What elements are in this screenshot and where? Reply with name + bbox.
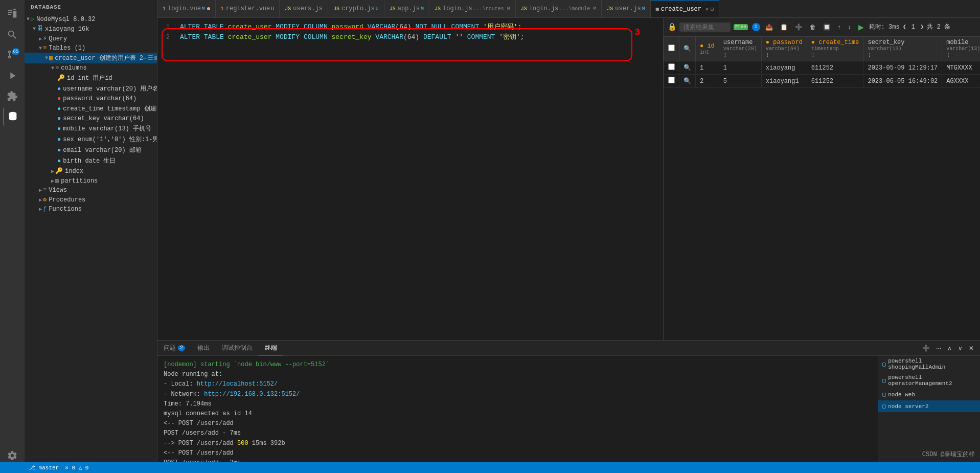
- sidebar-item-query[interactable]: ▶ ⚡ Query: [25, 34, 157, 43]
- terminal-item-label: powershell shoppingMallAdmin: [888, 358, 976, 370]
- tab-create-user[interactable]: ▦ create_user ✕ ⊡: [651, 0, 719, 18]
- run-btn[interactable]: ▶: [856, 22, 866, 32]
- td-checkbox[interactable]: [664, 75, 679, 88]
- page-next-btn[interactable]: ❯: [920, 23, 924, 31]
- panel-more-btn[interactable]: ···: [934, 344, 943, 353]
- panel-close-btn[interactable]: ✕: [967, 344, 976, 353]
- status-errors[interactable]: ✕ 0 △ 0: [65, 464, 88, 471]
- th-username[interactable]: usernamevarchar(20) ↕: [719, 37, 761, 61]
- th-checkbox[interactable]: [664, 37, 679, 61]
- sidebar-item-procedures[interactable]: ▶ ⚙ Procedures: [25, 195, 157, 205]
- tab-register-vue[interactable]: 1 register.vue U: [216, 0, 280, 18]
- search-input[interactable]: [679, 22, 731, 32]
- sidebar-item-functions[interactable]: ▶ ƒ Functions: [25, 205, 157, 214]
- sidebar-item-views[interactable]: ▶ ≡ Views: [25, 186, 157, 195]
- tab-user-js[interactable]: JS user.js M: [602, 0, 650, 18]
- th-mobile[interactable]: mobilevarchar(13) ↕: [942, 37, 980, 61]
- terminal-item-powershell-2[interactable]: ▢ powershell operatorManagement2: [878, 372, 980, 389]
- tab-debug-console[interactable]: 调试控制台: [216, 341, 259, 356]
- sidebar-content: ▼ ▷ NodeMysql 8.0.32 ▼ 🗄 xiaoyang 16k ▶ …: [25, 14, 157, 473]
- terminal-line: mysql connected as id 14: [164, 409, 872, 419]
- terminal-item-powershell-1[interactable]: ▢ powershell shoppingMallAdmin: [878, 356, 980, 372]
- sidebar-item-create-time[interactable]: ● create_time timestamp 创建时间: [25, 103, 157, 114]
- select-all-checkbox[interactable]: [668, 44, 675, 51]
- terminal-item-node-web[interactable]: ▢ node web: [878, 389, 980, 400]
- table-row[interactable]: 🔍 1 1 xiaoyang 611252 2023-05-09 12:29:1…: [664, 61, 981, 75]
- row-checkbox[interactable]: [668, 77, 675, 83]
- tab-crypto-js[interactable]: JS crypto.js U: [328, 0, 384, 18]
- list-icon[interactable]: ☰: [148, 54, 153, 62]
- table-row[interactable]: 🔍 2 5 xiaoyang1 611252 2023-06-05 16:49:…: [664, 75, 981, 88]
- sidebar-item-xiaoyang[interactable]: ▼ 🗄 xiaoyang 16k: [25, 24, 157, 34]
- delete-row-btn[interactable]: 🗑: [808, 22, 818, 32]
- td-search[interactable]: 🔍: [679, 75, 696, 88]
- sidebar-item-password[interactable]: ● password varchar(64): [25, 94, 157, 103]
- tab-terminal[interactable]: 终端: [259, 341, 283, 356]
- activity-search-icon[interactable]: [3, 26, 21, 44]
- page-prev-btn[interactable]: ❮: [903, 23, 906, 31]
- activity-database-icon[interactable]: [3, 107, 21, 126]
- line-text[interactable]: ALTER TABLE create_user MODIFY COLUMN se…: [178, 32, 663, 42]
- status-git[interactable]: ⎇ master: [29, 464, 59, 471]
- th-create-time[interactable]: ● create_timetimestamp ↕: [807, 37, 863, 61]
- tab-users-js[interactable]: JS users.js: [280, 0, 328, 18]
- terminal-item-node-server2[interactable]: ▢ node server2: [878, 400, 980, 412]
- tab-split-icon[interactable]: ⊡: [711, 6, 714, 12]
- sidebar-item-secret-key[interactable]: ● secret_key varchar(64): [25, 114, 157, 123]
- sidebar-item-index[interactable]: ▶ 🔑 index: [25, 166, 157, 176]
- row-checkbox[interactable]: [668, 63, 675, 70]
- sidebar-item-columns[interactable]: ▼ ≡ columns: [25, 63, 157, 73]
- td-search[interactable]: 🔍: [679, 61, 696, 75]
- sidebar-item-mobile[interactable]: ● mobile varchar(13) 手机号: [25, 123, 157, 134]
- sidebar-item-username[interactable]: ● username varchar(20) 用户名: [25, 83, 157, 94]
- sidebar-item-birth[interactable]: ● birth date 生日: [25, 155, 157, 166]
- tab-login-js-module[interactable]: JS login.js ...\module M: [516, 0, 602, 18]
- terminal-line: Node running at:: [164, 370, 872, 379]
- procedures-icon: ⚙: [43, 196, 47, 204]
- filter-btn[interactable]: 🔲: [821, 22, 833, 32]
- td-checkbox[interactable]: [664, 61, 679, 75]
- activity-explorer-icon[interactable]: [3, 5, 21, 24]
- tab-login-vue[interactable]: 1 login.vue M: [157, 0, 216, 18]
- sidebar-item-nodemysql[interactable]: ▼ ▷ NodeMysql 8.0.32: [25, 14, 157, 24]
- panel-down-btn[interactable]: ∨: [956, 344, 965, 353]
- export-btn[interactable]: 📤: [763, 22, 775, 32]
- terminal-item-label: powershell operatorManagement2: [888, 374, 976, 387]
- th-id[interactable]: ● idint: [696, 37, 719, 61]
- expand-arrow: ▶: [39, 187, 42, 193]
- sidebar-item-id[interactable]: 🔑 id int 用户id: [25, 73, 157, 83]
- table-view-icon[interactable]: ▦: [154, 54, 157, 62]
- sidebar-item-create-user[interactable]: ▼ ▦ create_user 创建的用户表 2 ✏ ☰ ▦: [25, 53, 157, 63]
- expand-arrow: ▶: [51, 168, 54, 174]
- terminal-label: 终端: [265, 344, 277, 352]
- edit-icon[interactable]: ✏: [143, 54, 147, 62]
- th-search[interactable]: 🔍: [679, 37, 696, 61]
- sort-asc-btn[interactable]: ↑: [836, 22, 843, 32]
- activity-git-icon[interactable]: 85: [3, 46, 21, 64]
- terminal-line: POST /users/add - 7ms: [164, 429, 872, 438]
- panel-up-btn[interactable]: ∧: [945, 344, 954, 353]
- tab-output[interactable]: 输出: [191, 341, 216, 356]
- th-secret-key[interactable]: secret_keyvarchar(13) ↕: [863, 37, 942, 61]
- terminal-line: [nodemon] starting `node bin/www --port=…: [164, 360, 872, 370]
- sort-desc-btn[interactable]: ↓: [846, 22, 853, 32]
- sidebar-item-partitions[interactable]: ▶ ▦ partitions: [25, 176, 157, 186]
- badge-1: 1: [752, 23, 760, 31]
- copy-btn[interactable]: 📋: [778, 22, 790, 32]
- activity-run-icon[interactable]: [3, 66, 21, 85]
- tab-close-btn[interactable]: ✕: [705, 6, 709, 12]
- tab-problems[interactable]: 问题 2: [157, 341, 191, 356]
- sidebar-item-tables[interactable]: ▼ ≡ Tables (1): [25, 43, 157, 53]
- terminal-line: - Network: http://192.168.0.132:5152/: [164, 390, 872, 399]
- tab-login-js-routes[interactable]: JS login.js ...\routes M: [429, 0, 516, 18]
- panel-add-btn[interactable]: ➕: [920, 344, 932, 353]
- line-text[interactable]: ALTER TABLE create_user MODIFY COLUMN pa…: [178, 22, 663, 32]
- sidebar-item-sex[interactable]: ● sex enum('1','0') 性别:1-男 0-女: [25, 134, 157, 145]
- activity-extensions-icon[interactable]: [3, 87, 21, 105]
- tab-app-js[interactable]: JS app.js M: [384, 0, 429, 18]
- tab-lang-icon: JS: [333, 6, 339, 12]
- th-password[interactable]: ● passwordvarchar(64) ↕: [761, 37, 807, 61]
- add-row-btn[interactable]: ➕: [793, 22, 805, 32]
- sidebar-item-email[interactable]: ● email varchar(20) 邮箱: [25, 145, 157, 155]
- password-label: password varchar(64): [63, 95, 136, 102]
